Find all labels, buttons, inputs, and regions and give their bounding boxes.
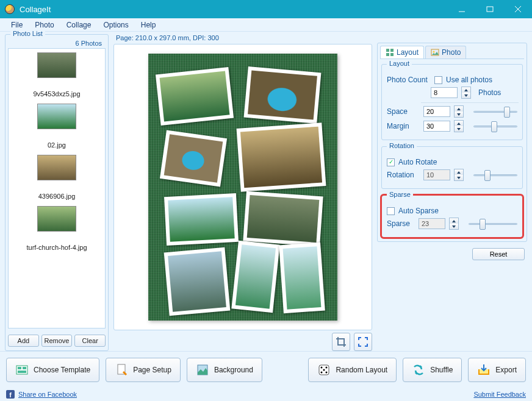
collage-page <box>148 54 337 321</box>
titlebar: CollageIt <box>0 0 532 18</box>
export-button[interactable]: Export <box>468 358 526 382</box>
menu-photo[interactable]: Photo <box>29 20 60 30</box>
menubar: File Photo Collage Options Help <box>0 18 532 32</box>
add-button[interactable]: Add <box>8 335 39 347</box>
submit-feedback-link[interactable]: Submit Feedback <box>473 391 526 398</box>
export-icon <box>477 363 491 377</box>
minimize-button[interactable] <box>448 0 476 18</box>
photo-icon <box>431 48 439 57</box>
svg-point-17 <box>321 366 323 368</box>
tab-strip: Layout Photo <box>380 46 524 59</box>
random-layout-button[interactable]: Random Layout <box>308 358 397 382</box>
margin-label: Margin <box>387 122 420 130</box>
rotation-spinner[interactable] <box>454 169 464 181</box>
reset-button[interactable]: Reset <box>472 248 525 260</box>
bottom-toolbar: Choose Template Page Setup Background Ra… <box>0 351 532 388</box>
random-layout-label: Random Layout <box>336 366 387 374</box>
canvas-viewport[interactable] <box>113 44 372 330</box>
expand-icon <box>358 336 368 347</box>
photo-list-panel: Photo List 6 Photos 9v5453dxz5.jpg 02.jp… <box>5 34 109 351</box>
app-icon <box>5 4 15 14</box>
svg-rect-6 <box>386 53 389 56</box>
svg-rect-11 <box>18 367 21 369</box>
menu-help[interactable]: Help <box>135 20 162 30</box>
list-item[interactable]: 9v5453dxz5.jpg <box>9 49 105 100</box>
photos-suffix: Photos <box>478 88 501 97</box>
remove-button[interactable]: Remove <box>41 335 73 347</box>
space-input[interactable] <box>423 106 450 117</box>
rotation-label: Rotation <box>387 171 420 179</box>
thumbnail-label: 4396906.jpg <box>38 193 76 200</box>
rotation-input <box>423 169 450 180</box>
canvas-area: Page: 210.0 x 297.0 mm, DPI: 300 <box>113 34 372 351</box>
auto-sparse-checkbox[interactable] <box>387 207 395 215</box>
close-button[interactable] <box>504 0 532 18</box>
sparse-group: Sparse Auto Sparse Sparse <box>381 195 523 238</box>
share-facebook-link[interactable]: Share on Facebook <box>18 391 77 398</box>
photo-count-spinner[interactable] <box>461 87 471 99</box>
choose-template-button[interactable]: Choose Template <box>6 358 99 382</box>
list-item[interactable]: turf-church-hof-4.jpg <box>9 202 105 254</box>
tab-layout-label: Layout <box>397 48 419 57</box>
layout-icon <box>386 48 394 57</box>
sparse-label: Sparse <box>387 219 415 228</box>
shuffle-button[interactable]: Shuffle <box>403 358 462 382</box>
sparse-slider[interactable] <box>469 218 517 229</box>
space-spinner[interactable] <box>454 105 464 118</box>
thumbnail <box>37 104 76 129</box>
fullscreen-tool-button[interactable] <box>354 333 372 351</box>
margin-spinner[interactable] <box>454 120 464 132</box>
layout-group: Layout Photo Count Use all photos Photos <box>381 64 523 140</box>
sparse-group-title: Sparse <box>387 191 413 198</box>
margin-input[interactable] <box>423 121 450 132</box>
tab-photo[interactable]: Photo <box>425 46 466 59</box>
list-item[interactable]: 02.jpg <box>9 100 105 151</box>
photo-count: 6 Photos <box>76 40 102 47</box>
page-info: Page: 210.0 x 297.0 mm, DPI: 300 <box>113 34 372 44</box>
crop-tool-button[interactable] <box>332 333 350 351</box>
svg-point-18 <box>326 366 328 368</box>
photo-count-input[interactable] <box>431 87 458 98</box>
space-label: Space <box>387 107 420 116</box>
rotation-group: Rotation Auto Rotate Rotation <box>381 146 523 189</box>
crop-icon <box>336 336 347 347</box>
photo-list-body[interactable]: 9v5453dxz5.jpg 02.jpg 4396906.jpg turf-c… <box>8 48 106 328</box>
svg-rect-5 <box>390 49 394 52</box>
space-slider[interactable] <box>473 106 517 117</box>
svg-rect-12 <box>23 367 26 369</box>
auto-rotate-checkbox[interactable] <box>387 158 395 166</box>
svg-rect-13 <box>18 371 26 373</box>
tab-photo-label: Photo <box>442 48 461 57</box>
photo-list-title: Photo List <box>10 30 45 37</box>
maximize-button[interactable] <box>476 0 504 18</box>
sparse-spinner[interactable] <box>449 218 459 230</box>
rotation-slider[interactable] <box>473 169 517 180</box>
svg-point-21 <box>326 371 328 373</box>
svg-rect-7 <box>390 53 394 56</box>
dice-icon <box>317 363 331 377</box>
auto-sparse-label: Auto Sparse <box>398 207 439 215</box>
tab-layout[interactable]: Layout <box>380 46 424 59</box>
page-setup-button[interactable]: Page Setup <box>106 358 181 382</box>
clear-button[interactable]: Clear <box>74 335 106 347</box>
facebook-icon: f <box>6 390 15 399</box>
use-all-photos-checkbox[interactable] <box>434 76 442 84</box>
menu-options[interactable]: Options <box>97 20 134 30</box>
export-label: Export <box>495 366 517 374</box>
background-button[interactable]: Background <box>187 358 262 382</box>
menu-collage[interactable]: Collage <box>60 20 98 30</box>
shuffle-label: Shuffle <box>430 366 453 374</box>
svg-point-19 <box>323 369 325 371</box>
menu-file[interactable]: File <box>5 20 29 30</box>
choose-template-label: Choose Template <box>34 366 90 374</box>
footer: f Share on Facebook Submit Feedback <box>0 388 532 401</box>
list-item[interactable]: 4396906.jpg <box>9 151 105 202</box>
auto-rotate-label: Auto Rotate <box>398 158 437 166</box>
thumbnail <box>37 155 76 180</box>
rotation-group-title: Rotation <box>387 142 417 149</box>
layout-group-title: Layout <box>387 60 412 67</box>
margin-slider[interactable] <box>473 121 517 132</box>
svg-point-9 <box>433 51 435 53</box>
background-label: Background <box>214 366 253 374</box>
svg-rect-4 <box>386 49 389 52</box>
